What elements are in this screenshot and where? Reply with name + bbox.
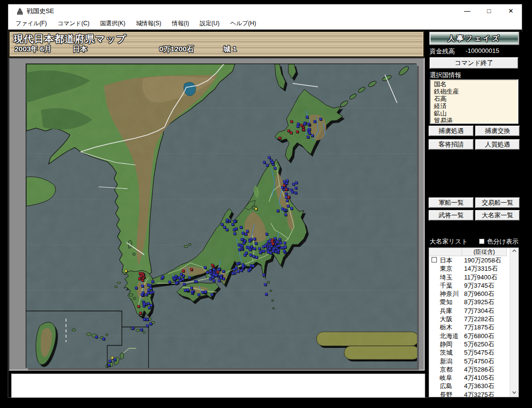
row-name: 北海道 [440, 332, 459, 341]
mottle-overlay [26, 64, 417, 368]
map-title: 現代日本都道府県マップ [14, 33, 126, 46]
table-row[interactable]: 大阪7万2282石 [429, 315, 507, 323]
menu-item-3[interactable]: 城情報(S) [131, 17, 166, 29]
selected-info-item-4[interactable]: 鉱山 [431, 110, 517, 117]
row-koku-value: 4万4105石 [464, 374, 494, 382]
table-row[interactable]: 神奈川8万9600石 [429, 290, 507, 298]
prisoner-exchange-button[interactable]: 捕虜交換 [475, 126, 520, 136]
map-bitmap[interactable] [26, 64, 416, 368]
row-name: 日本 [440, 256, 452, 265]
daimyo-list-button[interactable]: 大名家一覧 [475, 210, 520, 221]
table-row[interactable]: 広島4万3630石 [429, 382, 507, 390]
row-koku-value: 4万5286石 [464, 365, 494, 374]
row-koku-value: 11万9400石 [464, 273, 497, 282]
menubar: ファイル(F)コマンド(C)国選択(K)城情報(S)情報(I)設定(U)ヘルプ(… [8, 17, 522, 30]
selected-info-label: 選択国情報 [430, 71, 461, 80]
selected-info-item-1[interactable]: 鉄砲生産 [431, 88, 517, 95]
screen: 戦国史SE — □ ✕ ファイル(F)コマンド(C)国選択(K)城情報(S)情報… [0, 0, 532, 408]
selected-info-item-2[interactable]: 石高 [431, 95, 517, 102]
window-title: 戦国史SE [27, 7, 54, 16]
row-name: 千葉 [440, 281, 452, 290]
menu-item-6[interactable]: ヘルプ(H) [225, 17, 262, 29]
table-row[interactable]: 京都4万5286石 [429, 365, 507, 374]
row-koku-value: 190万2058石 [464, 256, 501, 265]
guest-invite-button[interactable]: 客将招請 [429, 139, 474, 150]
row-name: 兵庫 [440, 307, 452, 315]
minimize-button[interactable]: — [456, 4, 478, 17]
table-row[interactable]: 日本190万2058石 [429, 256, 507, 264]
daimyo-listview[interactable]: (臣従含) 日本190万2058石東京14万3315石埼玉11万9400石千葉9… [429, 247, 519, 397]
row-koku-value: 5万5475石 [464, 348, 494, 357]
menu-item-2[interactable]: 国選択(K) [95, 17, 131, 29]
warship-list-button[interactable]: 軍船一覧 [429, 197, 474, 208]
row-name: 神奈川 [440, 290, 459, 298]
row-name: 新潟 [440, 357, 452, 366]
menu-item-5[interactable]: 設定(U) [195, 17, 225, 29]
menu-item-0[interactable]: ファイル(F) [10, 17, 52, 29]
table-row[interactable]: 栃木7万1875石 [429, 323, 507, 331]
funds-label: 資金残高 [430, 48, 455, 55]
castle-count: 城 1 [223, 45, 237, 54]
row-name: 愛知 [440, 298, 452, 307]
scroll-up-icon[interactable] [512, 249, 516, 252]
row-koku-value: 5万4750石 [464, 357, 494, 366]
selected-info-item-5[interactable]: 貿易港 [431, 117, 517, 124]
row-name: 長野 [440, 391, 452, 397]
selected-info-item-0[interactable]: 国名 [431, 81, 517, 88]
color-toggle-checkbox[interactable] [479, 239, 484, 244]
selected-info-item-3[interactable]: 経済 [431, 102, 517, 110]
tradeship-list-button[interactable]: 交易船一覧 [475, 197, 520, 208]
row-koku-value: 9万3745石 [464, 281, 494, 290]
table-row[interactable]: 岐阜4万4105石 [429, 374, 507, 382]
header-col-koku[interactable]: (臣従含) [462, 248, 507, 256]
row-name: 東京 [440, 264, 452, 273]
row-koku-value: 5万6250石 [464, 340, 494, 349]
color-toggle-label[interactable]: 色分け表示 [487, 237, 518, 246]
busho-list-button[interactable]: 武将一覧 [429, 210, 474, 221]
table-row[interactable]: 長野4万3275石 [429, 391, 507, 397]
country-name: 日本 [73, 45, 87, 54]
phase-header: 人事フェイズ [430, 32, 519, 45]
table-row[interactable]: 兵庫7万7304石 [429, 307, 507, 315]
listview-header[interactable]: (臣従含) [429, 248, 507, 256]
menu-item-4[interactable]: 情報(I) [166, 17, 194, 29]
row-name: 栃木 [440, 323, 452, 332]
sidebar: 人事フェイズ 資金残高 -100000015 コマンド終了 選択国情報 国名鉄砲… [429, 32, 523, 398]
window-controls: — □ ✕ [456, 4, 522, 17]
close-button[interactable]: ✕ [500, 4, 522, 17]
row-name: 岐阜 [440, 374, 452, 382]
status-bar [11, 374, 425, 398]
app-window: 戦国史SE — □ ✕ ファイル(F)コマンド(C)国選択(K)城情報(S)情報… [8, 4, 522, 398]
japan-map[interactable] [26, 64, 417, 368]
row-name: 埼玉 [440, 273, 452, 282]
maximize-button[interactable]: □ [478, 4, 500, 17]
table-row[interactable]: 茨城5万5475石 [429, 348, 507, 357]
table-row[interactable]: 千葉9万3745石 [429, 281, 507, 290]
map-title-banner: 現代日本都道府県マップ 2003年 6月 日本 0万1200石 城 1 [9, 31, 424, 57]
koku-value: 0万1200石 [159, 45, 194, 54]
table-row[interactable]: 愛知8万3925石 [429, 298, 507, 306]
row-name: 広島 [440, 382, 452, 391]
table-row[interactable]: 東京14万3315石 [429, 264, 507, 273]
row-koku-value: 8万9600石 [464, 290, 494, 298]
selected-info-listbox[interactable]: 国名鉄砲生産石高経済鉱山貿易港 [430, 79, 518, 124]
row-koku-value: 4万3630石 [464, 382, 494, 391]
row-koku-value: 6万6800石 [464, 332, 494, 341]
scroll-down-icon[interactable] [512, 391, 516, 394]
header-col-name[interactable] [429, 248, 462, 256]
row-name: 静岡 [440, 340, 452, 349]
table-row[interactable]: 北海道6万6800石 [429, 332, 507, 340]
castle-icon [16, 7, 24, 15]
daimyo-list-label: 大名家リスト [430, 237, 468, 246]
hostage-treatment-button[interactable]: 人質処遇 [475, 139, 520, 150]
table-row[interactable]: 静岡5万6250石 [429, 340, 507, 348]
menu-item-1[interactable]: コマンド(C) [52, 17, 95, 29]
end-command-button[interactable]: コマンド終了 [430, 57, 518, 69]
row-checkbox[interactable] [432, 257, 437, 262]
row-koku-value: 8万3925石 [464, 298, 494, 307]
prisoner-treatment-button[interactable]: 捕虜処遇 [429, 126, 474, 136]
listview-scrollbar[interactable] [510, 248, 518, 397]
table-row[interactable]: 新潟5万4750石 [429, 357, 507, 365]
row-koku-value: 7万1875石 [464, 323, 494, 332]
table-row[interactable]: 埼玉11万9400石 [429, 273, 507, 281]
